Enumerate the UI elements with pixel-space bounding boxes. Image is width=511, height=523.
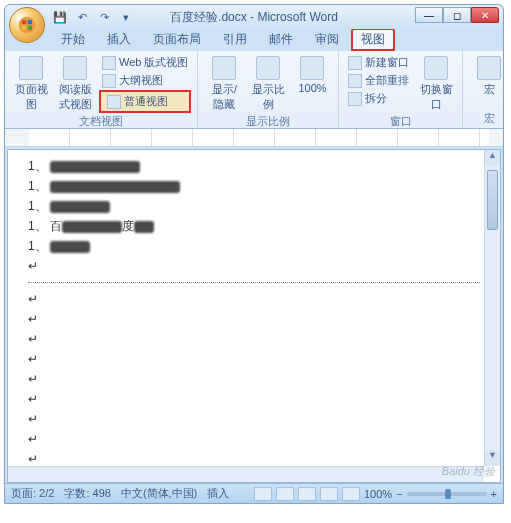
group-macros: 宏 宏: [463, 51, 511, 128]
arrange-all-button[interactable]: 全部重排: [345, 72, 412, 89]
reading-layout-icon: [63, 56, 87, 80]
zoom-percent[interactable]: 100%: [364, 488, 392, 500]
quick-access-toolbar: 💾 ↶ ↷ ▾: [51, 8, 135, 26]
normal-view-button[interactable]: 普通视图: [99, 90, 191, 113]
document-content[interactable]: 1、 1、 1、 1、 百度 1、 ↵ ↵ ↵ ↵ ↵ ↵ ↵ ↵ ↵ ↵ ↵ …: [8, 150, 500, 483]
new-window-button[interactable]: 新建窗口: [345, 54, 412, 71]
horizontal-ruler[interactable]: [5, 129, 503, 147]
doc-line[interactable]: 1、: [28, 156, 480, 176]
svg-rect-3: [22, 26, 26, 30]
status-words[interactable]: 字数: 498: [64, 486, 110, 501]
doc-line[interactable]: 1、: [28, 176, 480, 196]
office-button[interactable]: [9, 7, 45, 43]
doc-line[interactable]: ↵: [28, 349, 480, 369]
ruler-scale: [29, 129, 489, 146]
doc-line[interactable]: ↵: [28, 369, 480, 389]
switch-window-button[interactable]: 切换窗口: [416, 54, 456, 114]
zoom-out-button[interactable]: −: [396, 488, 402, 500]
doc-line[interactable]: ↵: [28, 309, 480, 329]
group-label-views: 文档视图: [11, 114, 191, 129]
horizontal-scrollbar[interactable]: [8, 466, 484, 482]
tab-view[interactable]: 视图: [351, 28, 395, 51]
tab-review[interactable]: 审阅: [305, 28, 349, 51]
tab-mailings[interactable]: 邮件: [259, 28, 303, 51]
status-insert-mode[interactable]: 插入: [207, 486, 229, 501]
split-button[interactable]: 拆分: [345, 90, 412, 107]
svg-rect-4: [28, 26, 32, 30]
doc-line[interactable]: ↵: [28, 429, 480, 449]
scroll-thumb[interactable]: [487, 170, 498, 230]
ribbon: 页面视图 阅读版式视图 Web 版式视图 大纲视图 普通视图 文档视图 显示/隐…: [5, 51, 503, 129]
zoom-slider[interactable]: [407, 492, 487, 496]
document-area[interactable]: 1、 1、 1、 1、 百度 1、 ↵ ↵ ↵ ↵ ↵ ↵ ↵ ↵ ↵ ↵ ↵ …: [7, 149, 501, 483]
tab-page-layout[interactable]: 页面布局: [143, 28, 211, 51]
maximize-button[interactable]: ◻: [443, 7, 471, 23]
zoom-icon: [256, 56, 280, 80]
scroll-up-icon[interactable]: ▲: [485, 150, 500, 166]
statusbar-reading-button[interactable]: [276, 487, 294, 501]
page-layout-icon: [19, 56, 43, 80]
macros-icon: [477, 56, 501, 80]
reading-layout-view-button[interactable]: 阅读版式视图: [55, 54, 95, 114]
group-label-window: 窗口: [345, 114, 456, 129]
group-label-zoom: 显示比例: [204, 114, 332, 129]
statusbar-draft-button[interactable]: [342, 487, 360, 501]
outline-view-button[interactable]: 大纲视图: [99, 72, 191, 89]
doc-line[interactable]: ↵: [28, 289, 480, 309]
tab-insert[interactable]: 插入: [97, 28, 141, 51]
app-window: 💾 ↶ ↷ ▾ 百度经验.docx - Microsoft Word — ◻ ✕…: [4, 4, 504, 504]
svg-rect-1: [22, 20, 26, 24]
vertical-scrollbar[interactable]: ▲ ▼: [484, 150, 500, 466]
doc-line[interactable]: ↵: [28, 256, 480, 276]
doc-line[interactable]: 1、: [28, 196, 480, 216]
tab-home[interactable]: 开始: [51, 28, 95, 51]
show-hide-button[interactable]: 显示/隐藏: [204, 54, 244, 114]
svg-point-0: [19, 17, 36, 34]
redo-button[interactable]: ↷: [95, 8, 113, 26]
doc-line[interactable]: ↵: [28, 329, 480, 349]
zoom-100-icon: [300, 56, 324, 80]
statusbar-print-layout-button[interactable]: [254, 487, 272, 501]
doc-line[interactable]: ↵: [28, 409, 480, 429]
page-layout-label: 页面视图: [13, 82, 49, 112]
status-page[interactable]: 页面: 2/2: [11, 486, 54, 501]
arrange-all-icon: [348, 74, 362, 88]
save-button[interactable]: 💾: [51, 8, 69, 26]
office-logo-icon: [17, 15, 37, 35]
zoom-in-button[interactable]: +: [491, 488, 497, 500]
statusbar-web-button[interactable]: [298, 487, 316, 501]
minimize-button[interactable]: —: [415, 7, 443, 23]
outline-icon: [102, 74, 116, 88]
qat-customize-icon[interactable]: ▾: [117, 8, 135, 26]
web-layout-view-button[interactable]: Web 版式视图: [99, 54, 191, 71]
close-button[interactable]: ✕: [471, 7, 499, 23]
page-layout-view-button[interactable]: 页面视图: [11, 54, 51, 114]
statusbar-outline-button[interactable]: [320, 487, 338, 501]
doc-line[interactable]: 1、: [28, 236, 480, 256]
doc-line[interactable]: 1、 百度: [28, 216, 480, 236]
group-zoom: 显示/隐藏 显示比例 100% 显示比例: [198, 51, 339, 128]
ribbon-tabs: 开始 插入 页面布局 引用 邮件 审阅 视图: [5, 29, 503, 51]
group-document-views: 页面视图 阅读版式视图 Web 版式视图 大纲视图 普通视图 文档视图: [5, 51, 198, 128]
section-break: [28, 282, 480, 283]
normal-view-icon: [107, 95, 121, 109]
window-controls: — ◻ ✕: [415, 7, 499, 23]
web-layout-icon: [102, 56, 116, 70]
doc-line[interactable]: ↵: [28, 389, 480, 409]
zoom-button[interactable]: 显示比例: [248, 54, 288, 114]
reading-layout-label: 阅读版式视图: [57, 82, 93, 112]
zoom-slider-knob[interactable]: [445, 489, 451, 499]
zoom-100-button[interactable]: 100%: [292, 54, 332, 96]
statusbar: 页面: 2/2 字数: 498 中文(简体,中国) 插入 100% − +: [5, 483, 503, 503]
group-label-macros: 宏: [469, 111, 509, 126]
split-icon: [348, 92, 362, 106]
svg-rect-2: [28, 20, 32, 24]
status-language[interactable]: 中文(简体,中国): [121, 486, 197, 501]
macros-button[interactable]: 宏: [469, 54, 509, 99]
switch-window-icon: [424, 56, 448, 80]
group-window: 新建窗口 全部重排 拆分 切换窗口 窗口: [339, 51, 463, 128]
titlebar: 💾 ↶ ↷ ▾ 百度经验.docx - Microsoft Word — ◻ ✕: [5, 5, 503, 29]
new-window-icon: [348, 56, 362, 70]
tab-references[interactable]: 引用: [213, 28, 257, 51]
undo-button[interactable]: ↶: [73, 8, 91, 26]
